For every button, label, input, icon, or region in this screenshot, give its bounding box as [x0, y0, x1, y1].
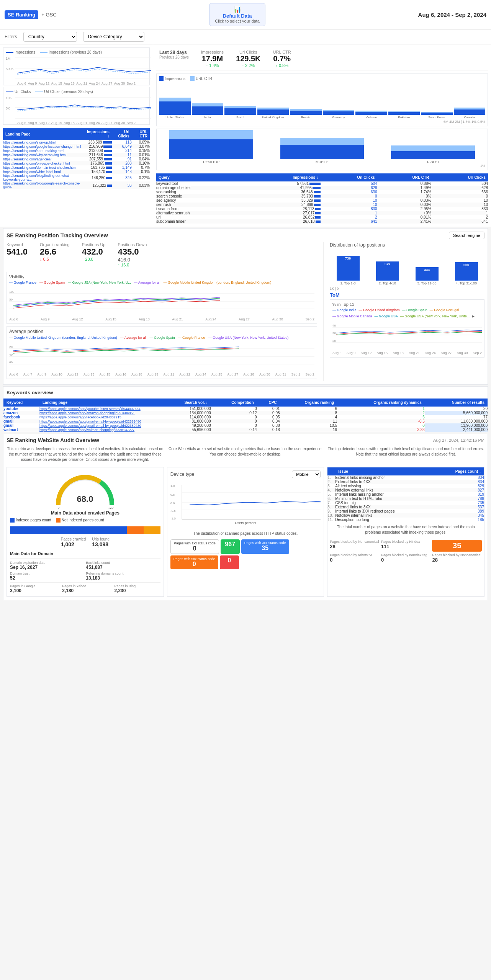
organic-ranking-label: Organic ranking — [40, 242, 70, 247]
clicks-chart-svg: 10K 5K — [6, 95, 153, 120]
http-status-card: 967 — [221, 539, 240, 554]
issue-col-count[interactable]: Pages count ↓ — [432, 467, 484, 475]
default-data-selector[interactable]: 📊 Default Data Click to select your data — [209, 3, 265, 26]
url-ctr-stat: URL CTR 0.7% ↑ 0.8% — [273, 50, 291, 68]
kw-results: 5,660,000,000 — [425, 411, 488, 415]
device-bar-imp — [280, 145, 364, 160]
country-filter[interactable]: Country — [23, 32, 77, 42]
device-type-select[interactable]: Mobile Desktop — [292, 470, 321, 478]
device-category-filter[interactable]: Device Category — [83, 32, 144, 42]
query-row[interactable]: url 26,852 2 0.01% 2 — [156, 215, 488, 219]
impressions-stat: Impressions 17.9M ↑ 1.4% — [201, 50, 224, 68]
landing-page-row[interactable]: https://seranking.com/agencies/ 207,559 … — [3, 157, 150, 161]
last-28-label: Last 28 days — [159, 50, 189, 55]
keyword-row[interactable]: walmart https://apps.apple.com/us/app/wa… — [3, 428, 488, 432]
lp-col-impressions[interactable]: Impressions ↓ — [83, 128, 112, 140]
svg-text:68.0: 68.0 — [77, 494, 93, 504]
search-engine-button[interactable]: Search engine — [449, 232, 484, 239]
country-label: Germany — [323, 116, 355, 119]
query-row[interactable]: keyword tool 57,561 504 0.88% 504 — [156, 181, 488, 186]
q-clicks: 628 — [321, 186, 377, 190]
kw-competition: 0 — [211, 423, 257, 428]
country-chart-legend: Impressions URL CTR — [159, 76, 485, 81]
query-row[interactable]: i search from 28,113 830 2.95% 830 — [156, 207, 488, 211]
url-clicks-stat-label: Url Clicks — [236, 50, 261, 54]
landing-page-row[interactable]: https://seranking.com/serp-tracking.html… — [3, 149, 150, 153]
svg-text:0: 0 — [58, 507, 61, 509]
country-label: Vietnam — [355, 116, 387, 119]
query-row[interactable]: seo ranking 36,548 636 1.74% 636 — [156, 190, 488, 194]
kw-competition: 0.14 — [211, 428, 257, 432]
lp-clicks: 36 — [112, 181, 132, 189]
query-table: Query Impressions ↓ Url Clicks URL CTR U… — [156, 173, 488, 224]
keywords-overview-title: Keywords overview — [3, 387, 488, 399]
page-stat: Pages in Google3,100 — [10, 584, 56, 593]
country-bar-imp — [421, 113, 453, 115]
svg-text:20: 20 — [332, 339, 336, 343]
country-label: South Korea — [421, 116, 453, 119]
device-bar-imp — [391, 151, 475, 159]
in-top13-section: % in Top 13 — Google India — Google Unit… — [330, 299, 484, 358]
landing-page-row[interactable]: https://seranking.com/why-seranking.html… — [3, 153, 150, 157]
device-label: TABLET — [427, 160, 439, 164]
distribution-title: Distribution of top positions — [330, 242, 484, 248]
top13-chart-svg: 40 30 20 — [332, 320, 482, 350]
query-row[interactable]: seo agency 35,329 10 0.03% 10 — [156, 198, 488, 203]
date-range: Aug 6, 2024 - Sep 2, 2024 — [418, 11, 486, 18]
kw-keyword: amazon — [3, 411, 39, 415]
keyword-row[interactable]: facebook https://apps.apple.com/us/app/f… — [3, 415, 488, 419]
device-bar-ctr — [169, 130, 253, 139]
organic-ranking-metric: Organic ranking 26.6 ↓ 0.5 — [40, 242, 70, 267]
lp-impressions: 207,559 — [83, 157, 112, 161]
q-query: semrush — [156, 203, 244, 207]
issue-row: 11. Description too long 185 — [327, 518, 484, 522]
query-row[interactable]: alternative semrush 27,017 1 +0% 1 — [156, 211, 488, 215]
http-status-desc: The distribution of scanned pages across… — [170, 531, 321, 536]
landing-page-row[interactable]: https://seranking.com/white-label.html 1… — [3, 170, 150, 174]
q-col-impressions[interactable]: Impressions ↓ — [244, 173, 321, 181]
chevron-right-icon[interactable]: ▶ — [472, 314, 475, 318]
not-indexed-stat: Pages blocked by robots.txt0 — [330, 553, 380, 563]
device-bar-group: MOBILE — [270, 138, 374, 164]
q-col-clicks: Url Clicks — [321, 173, 377, 181]
country-bar-imp — [159, 101, 191, 115]
audit-timestamp: Aug 27, 2024, 12:42:16 PM — [433, 438, 484, 443]
avg-position-section: Average position — Google Mobile United … — [7, 326, 317, 379]
query-row[interactable]: domain age checker 41,995 628 1.49% 628 — [156, 186, 488, 190]
landing-page-row[interactable]: https://seranking.com/blog/google-search… — [3, 181, 150, 189]
positions-down-sub: 416.0 — [118, 257, 147, 263]
kw-cpc: 0.01 — [257, 407, 280, 411]
audit-desc1: This metric was developed to assess the … — [7, 446, 164, 462]
country-bar-imp — [323, 111, 355, 115]
kw-col-searchvol[interactable]: Search vol. ↓ — [163, 399, 211, 407]
keyword-row[interactable]: gmail https://apps.apple.com/us/app/gmai… — [3, 419, 488, 423]
q-ctr: 0.03% — [377, 198, 432, 203]
country-label: United Kingdom — [257, 116, 289, 119]
kw-competition: 0 — [211, 407, 257, 411]
device-type-label: Device type — [170, 472, 195, 477]
q-clicks2: 2 — [431, 215, 488, 219]
not-indexed-stat: Pages blocked by Noncanonical28 — [432, 553, 482, 563]
health-score-column: 68.0 0 100 Main Data about crawled Pages… — [7, 467, 164, 597]
filters-bar: Filters Country Device Category — [0, 29, 491, 44]
kw-organic: 8 — [280, 411, 337, 415]
landing-page-row[interactable]: https://seranking.com/blog/finding-out-w… — [3, 174, 150, 181]
keyword-row[interactable]: amazon https://apps.apple.com/us/app/ama… — [3, 411, 488, 415]
landing-page-row[interactable]: https://seranking.com/google-location-ch… — [3, 144, 150, 149]
query-row[interactable]: search console 35,703 0 0% 0 — [156, 194, 488, 198]
landing-page-row[interactable]: https://seranking.com/domain-trust-check… — [3, 165, 150, 170]
keyword-row[interactable]: gmail https://apps.apple.com/us/app/gmai… — [3, 423, 488, 428]
plus-gsc: + GSC — [41, 12, 56, 18]
query-row[interactable]: subdomain finder 26,618 641 2.41% 641 — [156, 219, 488, 224]
query-row[interactable]: semrush 34,868 10 0.03% 10 — [156, 203, 488, 207]
kw-keyword: facebook — [3, 415, 39, 419]
kw-searchvol: 151,000,000 — [163, 407, 211, 411]
keyword-row[interactable]: youtube https://apps.apple.com/us/app/yo… — [3, 407, 488, 411]
landing-page-row[interactable]: https://seranking.com/on-page-checker.ht… — [3, 161, 150, 165]
keyword-value: 541.0 — [7, 247, 28, 257]
landing-page-row[interactable]: https://seranking.com/sign-up.html 233,5… — [3, 140, 150, 144]
lp-impressions: 213,008 — [83, 149, 112, 153]
issue-col-issue[interactable]: Issue — [335, 467, 432, 475]
issue-row: 6. Minimum text to HTML ratio 788 — [327, 497, 484, 501]
clicks-chart-legend: Url Clicks Url Clicks (previous 28 days) — [6, 90, 147, 94]
